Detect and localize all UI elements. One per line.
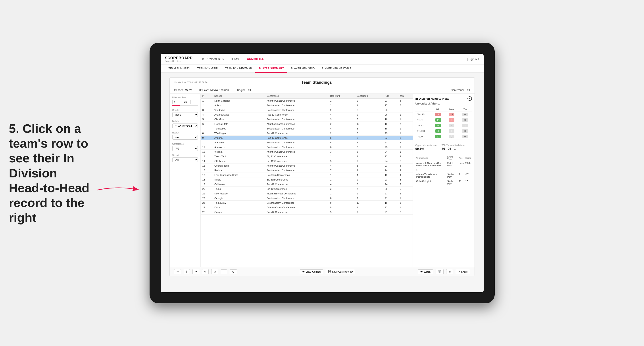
sub-nav-player-h2h-grid[interactable]: PLAYER H2H GRID: [288, 65, 318, 73]
share-icon: ↗: [458, 270, 460, 273]
table-row[interactable]: 6 Florida State Atlantic Coast Conferenc…: [201, 122, 412, 126]
sub-nav-player-h2h-heatmap[interactable]: PLAYER H2H HEATMAP: [318, 65, 355, 73]
col-pos: Pos: [458, 155, 464, 161]
table-row[interactable]: 8 Washington Pac-12 Conference 2 8 23 1: [201, 131, 412, 136]
nav-committee[interactable]: COMMITTEE: [247, 54, 264, 64]
table-row[interactable]: 5 Ole Miss Southeastern Conference 3 6 1…: [201, 117, 412, 122]
sub-nav-team-h2h-heatmap[interactable]: TEAM H2H HEATMAP: [222, 65, 255, 73]
table-row[interactable]: 11 Arkansas Southeastern Conference 6 8 …: [201, 145, 412, 150]
view-icon: 👁: [302, 270, 305, 273]
table-row[interactable]: 10 Alabama Southeastern Conference 5 8 2…: [201, 140, 412, 145]
watch-button[interactable]: 👁 Watch: [418, 269, 433, 274]
grid-button[interactable]: ⊞: [446, 269, 453, 274]
table-row[interactable]: 12 Virginia Atlantic Coast Conference 3 …: [201, 150, 412, 154]
eye-icon: 👁: [420, 270, 423, 273]
table-row[interactable]: 23 Texas A&M Southeastern Conference 9 1…: [201, 201, 412, 205]
sub-nav-team-h2h-grid[interactable]: TEAM H2H GRID: [194, 65, 222, 73]
table-row[interactable]: 3 Vanderbilt Southeastern Conference 2 8…: [201, 108, 412, 112]
table-row[interactable]: 24 Duke Atlantic Coast Conference 5 9 27…: [201, 205, 412, 210]
table-row[interactable]: 19 California Pac-12 Conference 4 8 24 2: [201, 182, 412, 187]
comment-button[interactable]: 💬: [436, 269, 444, 274]
view-original-button[interactable]: 👁 View: Original: [300, 269, 323, 274]
conference-select[interactable]: (All): [172, 146, 198, 151]
standings-table-area: # School Conference Reg Rank Conf Rank R…: [201, 94, 412, 267]
table-row[interactable]: 14 Oklahoma Big 12 Conference 5 9 24 2: [201, 159, 412, 164]
opponents-stat: Opponents in division: 99.1%: [416, 144, 437, 151]
add-button[interactable]: +: [221, 269, 227, 274]
table-row[interactable]: 13 Texas Tech Big 12 Conference 1 9 27 2: [201, 154, 412, 159]
save-icon: 💾: [328, 270, 331, 273]
table-row[interactable]: 20 Texas Big 12 Conference 3 7 20 0: [201, 187, 412, 191]
tournament-table: Tournament Event Type Pos Score Jackson …: [416, 155, 472, 186]
filter-row: Gender: Men's Division: NCAA Division I …: [170, 87, 474, 94]
gender-select[interactable]: Men's Women's: [172, 112, 198, 117]
main-content: Update time: 27/03/2024 16:56:26 Team St…: [160, 73, 484, 292]
h2h-col-loss: Loss: [445, 107, 458, 112]
region-filter-display: Region: All: [237, 89, 251, 92]
table-row[interactable]: 17 East Tennessee State Southern Confere…: [201, 173, 412, 177]
region-label: Region: [172, 132, 198, 134]
table-row[interactable]: 9 Arizona Pac-12 Conference 5 8 23 3: [201, 136, 412, 140]
opponents-label: Opponents in division:: [416, 144, 437, 147]
sub-nav-player-summary[interactable]: PLAYER SUMMARY: [255, 65, 287, 73]
sign-out-link[interactable]: | Sign out: [467, 57, 479, 61]
h2h-team-name: University of Arizona: [416, 102, 472, 105]
table-header-row: # School Conference Reg Rank Conf Rank R…: [201, 94, 412, 99]
nav-teams[interactable]: TEAMS: [230, 54, 240, 64]
record-label: W-L-T record in-division:: [442, 144, 466, 147]
table-row[interactable]: 4 Arizona State Pac-12 Conference 4 9 26…: [201, 112, 412, 117]
table-row[interactable]: 16 Florida Southeastern Conference 7 9 2…: [201, 168, 412, 173]
division-select[interactable]: NCAA Division I NCAA Division II NCAA Di…: [172, 124, 198, 128]
paste-button[interactable]: ⊡: [211, 269, 218, 274]
min-rounds-field[interactable]: [172, 100, 180, 104]
undo-button[interactable]: ↩: [174, 269, 181, 274]
tournament-row[interactable]: 1: [416, 168, 472, 172]
table-row[interactable]: 2 Auburn Southeastern Conference 2 1 27 …: [201, 103, 412, 108]
tournament-row[interactable]: Cabo Collegiate Stroke Play 11 17: [416, 179, 472, 186]
slider-bar[interactable]: [172, 105, 198, 106]
table-row[interactable]: 21 New Mexico Mountain West Conference 1…: [201, 191, 412, 196]
sub-nav-team-summary[interactable]: TEAM SUMMARY: [165, 65, 194, 73]
record-value: 86 - 26 - 1: [442, 147, 466, 151]
h2h-row-2650[interactable]: 26-50 25 2 1: [416, 123, 472, 128]
nav-tournaments[interactable]: TOURNAMENTS: [202, 54, 224, 64]
gender-filter-display: Gender: Men's: [174, 89, 192, 92]
nav-items: TOURNAMENTS TEAMS COMMITTEE: [202, 54, 467, 64]
school-group: School (All): [172, 154, 198, 162]
table-row[interactable]: 22 Georgia Southeastern Conference 8 7 2…: [201, 196, 412, 201]
table-row[interactable]: 25 Oregon Pac-12 Conference 5 7 21 0: [201, 210, 412, 214]
table-row[interactable]: 15 Georgia Tech Atlantic Coast Conferenc…: [201, 164, 412, 168]
redo-button[interactable]: ↪: [192, 269, 199, 274]
h2h-col-tie: Tie: [458, 107, 472, 112]
annotation-text: 5. Click on a team's row to see their In…: [9, 121, 93, 225]
region-select[interactable]: N/A: [172, 135, 198, 140]
min-rounds-max-field[interactable]: [183, 100, 191, 104]
conference-sidebar-label: Conference: [172, 143, 198, 145]
h2h-header-row: Win Loss Tie: [416, 107, 472, 112]
panel-header: Update time: 27/03/2024 16:56:26 Team St…: [170, 78, 474, 87]
step-back-button[interactable]: ⟪: [184, 269, 190, 274]
table-row[interactable]: 1 North Carolina Atlantic Coast Conferen…: [201, 99, 412, 103]
h2h-col-label: [416, 107, 432, 112]
col-school: School: [212, 94, 265, 99]
col-rds: Rds: [383, 94, 398, 99]
h2h-stats-row: Opponents in division: 99.1% W-L-T recor…: [416, 142, 472, 151]
table-row[interactable]: 18 Illinois Big Ten Conference 1 9 23 3: [201, 177, 412, 182]
save-custom-button[interactable]: 💾 Save Custom View: [326, 269, 355, 274]
h2h-row-top10[interactable]: Top 10 3 13 0: [416, 112, 472, 117]
col-conf-rank: Conf Rank: [355, 94, 383, 99]
h2h-row-100plus[interactable]: >100 27 0 0: [416, 134, 472, 139]
close-h2h-button[interactable]: ✕: [468, 96, 472, 101]
share-button[interactable]: ↗ Share: [456, 269, 470, 274]
division-group: Division NCAA Division I NCAA Division I…: [172, 120, 198, 128]
timer-button[interactable]: ⏱: [230, 269, 237, 274]
school-select[interactable]: (All): [172, 157, 198, 162]
copy-button[interactable]: ⧉: [202, 269, 208, 274]
h2h-breakdown-table: Win Loss Tie Top 10 3 13 0: [416, 107, 472, 139]
tournament-row[interactable]: Arizona Thunderbirds Intercollegiate Str…: [416, 172, 472, 179]
h2h-row-1125[interactable]: 11-25 11 8 0: [416, 117, 472, 123]
h2h-row-51100[interactable]: 51-100 20 3 0: [416, 128, 472, 134]
table-row[interactable]: 7 Tennessee Southeastern Conference 4 6 …: [201, 126, 412, 131]
tournament-row[interactable]: Jackson T. Stephens CupMen's Match-Play …: [416, 161, 472, 168]
panel-body: Minimum Rou... - Gender: [170, 94, 474, 267]
